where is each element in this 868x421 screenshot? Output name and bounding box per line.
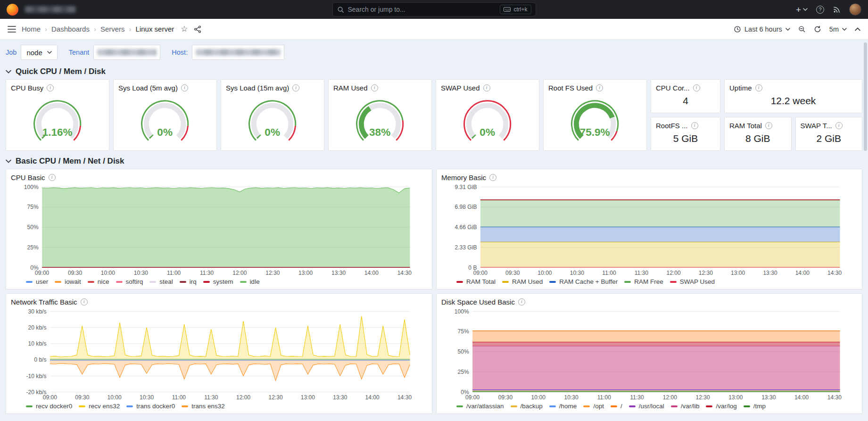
svg-text:14:00: 14:00: [795, 270, 810, 276]
zoom-out-icon[interactable]: [798, 25, 806, 33]
legend-item[interactable]: idle: [240, 278, 260, 285]
legend-label: trans ens32: [191, 403, 225, 410]
legend-item[interactable]: /home: [549, 403, 577, 410]
stat-value: 5 GiB: [651, 127, 720, 150]
legend-item[interactable]: SWAP Used: [670, 278, 715, 285]
legend-item[interactable]: recv docker0: [26, 403, 72, 410]
svg-text:11:30: 11:30: [635, 270, 649, 276]
svg-text:25%: 25%: [27, 244, 39, 251]
legend-label: RAM Total: [466, 278, 496, 285]
breadcrumb-home[interactable]: Home: [22, 25, 41, 33]
scrollbar-thumb[interactable]: [864, 42, 867, 151]
legend-item[interactable]: /tmp: [744, 403, 766, 410]
legend-item[interactable]: recv ens32: [79, 403, 120, 410]
svg-text:10:00: 10:00: [531, 394, 546, 401]
gauge-visualization: 1.16%: [6, 93, 109, 150]
svg-text:09:30: 09:30: [498, 394, 513, 401]
legend-item[interactable]: trans ens32: [182, 403, 225, 410]
legend-label: trans docker0: [136, 403, 175, 410]
legend-swatch: [26, 281, 33, 283]
legend-item[interactable]: /backup: [511, 403, 543, 410]
legend-item[interactable]: system: [203, 278, 233, 285]
info-icon[interactable]: [81, 298, 88, 305]
panel-title[interactable]: SWAP Used: [441, 84, 480, 92]
breadcrumb-current[interactable]: Linux server: [125, 25, 174, 33]
shortcut-label: ctrl+k: [513, 6, 527, 13]
info-icon[interactable]: [181, 84, 188, 91]
breadcrumb-servers[interactable]: Servers: [90, 25, 125, 33]
legend-item[interactable]: /var/lib: [671, 403, 700, 410]
chart-legend: /var/atlassian/backup/home/opt//usr/loca…: [437, 402, 862, 413]
svg-text:50%: 50%: [458, 348, 469, 355]
search-box[interactable]: ctrl+k: [332, 2, 536, 17]
legend-item[interactable]: RAM Total: [456, 278, 496, 285]
legend-item[interactable]: irq: [180, 278, 197, 285]
menu-toggle-icon[interactable]: [8, 26, 16, 33]
legend-item[interactable]: /var/log: [706, 403, 736, 410]
panel-sys-load-5m: Sys Load (5m avg) 0%: [113, 79, 217, 151]
panel-title[interactable]: CPU Basic: [11, 173, 45, 182]
help-icon[interactable]: [816, 6, 824, 14]
share-icon[interactable]: [194, 25, 201, 33]
info-icon[interactable]: [596, 84, 603, 91]
panel-title[interactable]: Disk Space Used Basic: [441, 298, 515, 306]
panel-title[interactable]: Sys Load (5m avg): [118, 84, 178, 92]
info-icon[interactable]: [489, 174, 496, 181]
legend-item[interactable]: RAM Free: [624, 278, 663, 285]
svg-text:09:30: 09:30: [75, 394, 90, 401]
job-filter-select[interactable]: node: [21, 45, 57, 60]
legend-item[interactable]: iowait: [55, 278, 81, 285]
info-icon[interactable]: [483, 84, 490, 91]
legend-label: steal: [159, 278, 173, 285]
legend-item[interactable]: RAM Cache + Buffer: [549, 278, 618, 285]
stat-value: 12.2 week: [725, 89, 862, 113]
section-basic-cpu-mem-net-disk[interactable]: Basic CPU / Mem / Net / Disk: [6, 154, 862, 169]
panel-title[interactable]: CPU Busy: [11, 84, 43, 92]
panel-title[interactable]: Root FS Used: [548, 84, 593, 92]
favorite-star-icon[interactable]: ☆: [181, 24, 188, 34]
panel-title[interactable]: Memory Basic: [441, 173, 486, 182]
add-new-button[interactable]: +: [796, 5, 808, 14]
info-icon[interactable]: [371, 84, 378, 91]
svg-text:10:00: 10:00: [537, 270, 552, 276]
search-input[interactable]: [348, 6, 496, 13]
time-range-picker[interactable]: Last 6 hours: [734, 25, 790, 33]
legend-item[interactable]: /opt: [583, 403, 604, 410]
legend-item[interactable]: RAM Used: [502, 278, 543, 285]
legend-item[interactable]: softirq: [116, 278, 143, 285]
info-icon[interactable]: [518, 298, 525, 305]
panel-title[interactable]: RAM Used: [333, 84, 368, 92]
svg-text:-10 kb/s: -10 kb/s: [26, 373, 47, 380]
collapse-bar-icon[interactable]: [855, 27, 860, 31]
refresh-interval-picker[interactable]: 5m: [829, 25, 847, 33]
tenant-filter-value-redacted[interactable]: [93, 45, 160, 60]
section-quick-cpu-mem-disk[interactable]: Quick CPU / Mem / Disk: [6, 64, 862, 79]
legend-item[interactable]: steal: [149, 278, 173, 285]
refresh-icon[interactable]: [814, 25, 821, 33]
legend-swatch: [79, 405, 85, 407]
legend-swatch: [26, 405, 33, 407]
legend-item[interactable]: user: [26, 278, 48, 285]
panel-title[interactable]: Sys Load (15m avg): [226, 84, 289, 92]
user-avatar[interactable]: [849, 3, 861, 16]
grafana-logo[interactable]: [7, 4, 18, 16]
svg-text:20 kb/s: 20 kb/s: [28, 324, 47, 331]
host-filter-value-redacted[interactable]: [192, 45, 284, 60]
legend-item[interactable]: nice: [88, 278, 109, 285]
org-name-redacted[interactable]: [25, 6, 76, 13]
svg-text:1.16%: 1.16%: [42, 126, 73, 138]
news-icon[interactable]: [833, 6, 841, 14]
svg-text:11:00: 11:00: [172, 394, 186, 401]
legend-item[interactable]: /var/atlassian: [456, 403, 504, 410]
legend-item[interactable]: /: [611, 403, 622, 410]
info-icon[interactable]: [49, 174, 56, 181]
legend-item[interactable]: trans docker0: [126, 403, 175, 410]
panel-title[interactable]: Network Traffic Basic: [11, 298, 77, 306]
info-icon[interactable]: [47, 84, 54, 91]
breadcrumb-dashboards[interactable]: Dashboards: [41, 25, 90, 33]
svg-text:100%: 100%: [455, 308, 469, 315]
panel-network-traffic-basic: Network Traffic Basic -20 kb/s-10 kb/s0 …: [6, 293, 432, 414]
panel-uptime: Uptime 12.2 week: [724, 79, 862, 113]
legend-item[interactable]: /usr/local: [629, 403, 664, 410]
info-icon[interactable]: [292, 84, 299, 91]
